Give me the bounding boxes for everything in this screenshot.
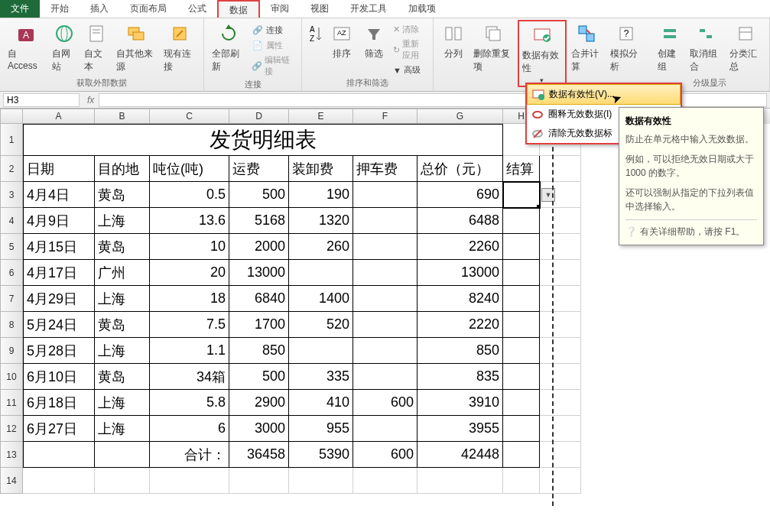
cell[interactable]: 上海 [95,286,150,312]
cell[interactable]: 2220 [417,312,503,338]
cell[interactable] [353,416,417,442]
cell[interactable] [503,312,540,338]
cell[interactable] [503,416,540,442]
cell[interactable]: 20 [150,260,229,286]
cell[interactable] [23,442,95,468]
cell[interactable] [150,468,229,494]
cell[interactable] [353,468,417,494]
cell[interactable]: 410 [289,390,353,416]
cell[interactable] [229,468,289,494]
cell[interactable] [540,260,581,286]
cell[interactable]: 13000 [417,260,503,286]
cell[interactable] [289,338,353,364]
cell[interactable]: 5.8 [150,390,229,416]
cell[interactable]: 1320 [289,208,353,234]
tab-file[interactable]: 文件 [0,0,40,18]
tab-formula[interactable]: 公式 [177,0,217,18]
cell[interactable] [503,208,540,234]
col-header[interactable]: F [353,109,417,124]
cell[interactable] [23,468,95,494]
cell[interactable] [540,364,581,390]
cell[interactable] [353,286,417,312]
col-header[interactable]: E [289,109,353,124]
select-all-corner[interactable] [0,109,23,124]
cell[interactable]: 690 [417,182,503,208]
cell[interactable] [95,468,150,494]
cell[interactable]: 335 [289,364,353,390]
cell[interactable]: 8240 [417,286,503,312]
cell[interactable]: 黄岛 [95,234,150,260]
row-header[interactable]: 6 [0,260,23,286]
menu-data-validation[interactable]: 数据有效性(V)... [527,84,681,105]
cell[interactable]: 装卸费 [289,156,353,182]
cell[interactable]: 黄岛 [95,364,150,390]
row-header[interactable]: 1 [0,124,23,156]
cell[interactable]: 600 [353,390,417,416]
cell[interactable]: 2000 [229,234,289,260]
consolidate-button[interactable]: 合并计算 [568,20,606,75]
col-header[interactable]: C [150,109,229,124]
cell[interactable]: 34箱 [150,364,229,390]
cell[interactable] [503,338,540,364]
cell[interactable]: 500 [229,182,289,208]
cell[interactable]: 广州 [95,260,150,286]
from-other-button[interactable]: 自其他来源 [113,20,160,75]
cell[interactable] [503,234,540,260]
cell[interactable] [503,364,540,390]
cell[interactable] [503,390,540,416]
tab-insert[interactable]: 插入 [80,0,119,18]
cell[interactable] [540,234,581,260]
cell[interactable]: 上海 [95,338,150,364]
cell[interactable]: 押车费 [353,156,417,182]
row-header[interactable]: 13 [0,442,23,468]
cell[interactable] [503,442,540,468]
group-button[interactable]: 创建组 [655,20,685,75]
cell[interactable] [503,286,540,312]
cell[interactable]: 500 [229,364,289,390]
cell[interactable]: 6 [150,416,229,442]
tab-view[interactable]: 视图 [300,0,340,18]
row-header[interactable]: 4 [0,208,23,234]
cell[interactable]: 2260 [417,234,503,260]
cell[interactable]: 4月4日 [23,182,95,208]
cell[interactable]: 835 [417,364,503,390]
cell[interactable]: 6月27日 [23,416,95,442]
cell[interactable] [417,468,503,494]
cell[interactable]: 1400 [289,286,353,312]
cell[interactable]: 1.1 [150,338,229,364]
cell[interactable]: 4月15日 [23,234,95,260]
subtotal-button[interactable]: 分类汇总 [726,20,765,75]
remove-duplicates-button[interactable]: 删除重复项 [470,20,516,75]
cell[interactable] [353,234,417,260]
cell[interactable] [289,468,353,494]
existing-conn-button[interactable]: 现有连接 [161,20,199,75]
filter-button[interactable]: 筛选 [359,20,389,62]
cell[interactable]: 5168 [229,208,289,234]
cell[interactable]: 上海 [95,416,150,442]
row-header[interactable]: 14 [0,468,23,494]
text-to-columns-button[interactable]: 分列 [438,20,469,62]
col-header[interactable]: B [95,109,150,124]
cell[interactable] [540,208,581,234]
cell[interactable]: 5月24日 [23,312,95,338]
cell[interactable] [353,208,417,234]
advanced-filter-button[interactable]: ▼高级 [391,63,428,76]
cell[interactable]: 3955 [417,416,503,442]
cell[interactable]: 6月18日 [23,390,95,416]
cell[interactable]: 上海 [95,390,150,416]
tab-dev[interactable]: 开发工具 [340,0,398,18]
connections-button[interactable]: 🔗连接 [249,23,297,37]
from-text-button[interactable]: 自文本 [81,20,112,75]
cell[interactable]: 上海 [95,208,150,234]
cell[interactable]: 7.5 [150,312,229,338]
cell[interactable] [289,260,353,286]
tab-home[interactable]: 开始 [40,0,80,18]
cell[interactable] [353,312,417,338]
cell[interactable] [353,182,417,208]
cell[interactable] [540,416,581,442]
cell[interactable]: 850 [229,338,289,364]
cell[interactable] [353,338,417,364]
cell[interactable]: 4月9日 [23,208,95,234]
cell[interactable] [540,468,581,494]
cell[interactable] [353,364,417,390]
